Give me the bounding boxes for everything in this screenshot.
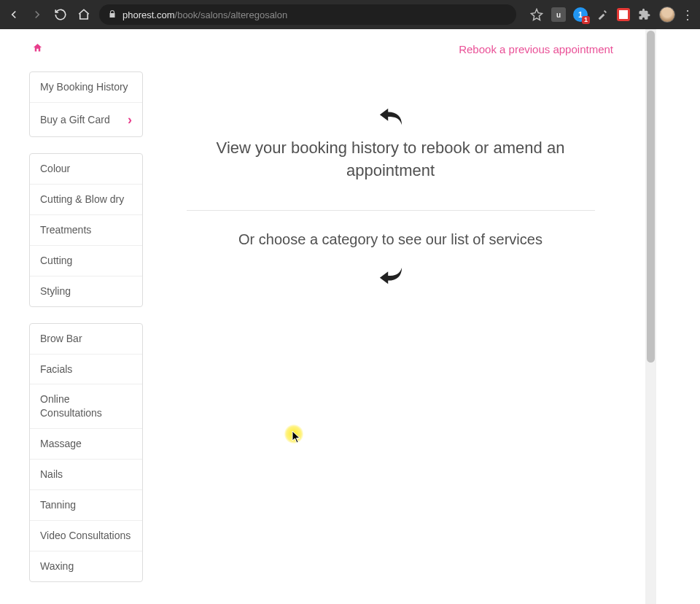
sidebar-group-beauty: Brow Bar Facials Online Consultations Ma… — [29, 323, 143, 582]
sidebar-item-online-consultations[interactable]: Online Consultations — [30, 384, 142, 429]
sidebar-item-label: Tanning — [40, 498, 76, 512]
sidebar-item-treatments[interactable]: Treatments — [30, 215, 142, 246]
back-button[interactable] — [6, 7, 22, 23]
headline-text: View your booking history to rebook or a… — [209, 137, 573, 182]
sidebar-item-video-consultations[interactable]: Video Consultations — [30, 521, 142, 551]
home-icon[interactable] — [32, 42, 43, 55]
sidebar-item-label: Online Consultations — [40, 392, 132, 420]
main-content: View your booking history to rebook or a… — [165, 71, 616, 296]
sidebar-item-styling[interactable]: Styling — [30, 276, 142, 306]
sidebar-item-cutting-blowdry[interactable]: Cutting & Blow dry — [30, 185, 142, 215]
subline-text: Or choose a category to see our list of … — [172, 231, 609, 248]
sidebar-item-label: Massage — [40, 437, 82, 451]
menu-icon[interactable]: ⋯ — [682, 9, 695, 20]
extensions-icon[interactable] — [637, 7, 652, 22]
sidebar-item-label: Buy a Gift Card — [40, 113, 110, 127]
extension-blue-icon[interactable]: 1 1 — [573, 7, 588, 22]
sidebar-item-colour[interactable]: Colour — [30, 154, 142, 185]
sidebar-item-massage[interactable]: Massage — [30, 429, 142, 460]
url-text: phorest.com /book/salons/alteregosalon — [122, 9, 287, 20]
sidebar-item-gift-card[interactable]: Buy a Gift Card › — [30, 103, 142, 136]
page-header: Rebook a previous appointment — [29, 42, 616, 55]
extension-red-icon[interactable] — [617, 8, 630, 21]
sidebar-item-label: Treatments — [40, 223, 91, 237]
divider — [187, 210, 595, 211]
sidebar-item-label: Waxing — [40, 560, 74, 573]
sidebar-item-nails[interactable]: Nails — [30, 460, 142, 490]
sidebar-item-label: Styling — [40, 284, 71, 298]
scrollbar-track[interactable] — [645, 29, 656, 604]
sidebar-item-label: Colour — [40, 162, 70, 176]
profile-avatar[interactable] — [659, 7, 675, 23]
return-arrow-icon — [378, 266, 403, 286]
lock-icon — [108, 9, 117, 20]
sidebar-item-brow-bar[interactable]: Brow Bar — [30, 324, 142, 355]
sidebar: My Booking History Buy a Gift Card › Col… — [29, 71, 143, 598]
page-viewport: Rebook a previous appointment My Booking… — [0, 29, 700, 604]
page-content: Rebook a previous appointment My Booking… — [0, 29, 645, 604]
scrollbar-thumb[interactable] — [647, 31, 655, 363]
ublock-icon[interactable]: u — [551, 7, 566, 22]
chevron-right-icon: › — [128, 111, 132, 128]
url-path: /book/salons/alteregosalon — [175, 9, 288, 20]
sidebar-item-cutting[interactable]: Cutting — [30, 246, 142, 276]
sidebar-item-label: Video Consultations — [40, 529, 131, 543]
reload-button[interactable] — [52, 7, 69, 23]
sidebar-item-label: Cutting & Blow dry — [40, 193, 124, 206]
notification-badge: 1 — [582, 16, 590, 24]
rebook-link[interactable]: Rebook a previous appointment — [459, 43, 613, 55]
home-button[interactable] — [76, 7, 92, 23]
sidebar-item-label: Brow Bar — [40, 332, 82, 346]
forward-button[interactable] — [29, 7, 45, 23]
wand-icon[interactable] — [595, 7, 610, 22]
toolbar-actions: u 1 1 ⋯ — [524, 7, 694, 23]
bookmark-star-icon[interactable] — [529, 7, 544, 22]
sidebar-group-account: My Booking History Buy a Gift Card › — [29, 71, 143, 137]
sidebar-item-facials[interactable]: Facials — [30, 355, 142, 385]
sidebar-item-tanning[interactable]: Tanning — [30, 490, 142, 521]
sidebar-item-label: Cutting — [40, 254, 72, 268]
browser-toolbar: phorest.com /book/salons/alteregosalon u… — [0, 0, 700, 29]
sidebar-item-label: My Booking History — [40, 80, 128, 94]
reply-arrow-icon — [378, 107, 403, 127]
cursor-pointer-icon — [292, 430, 302, 446]
address-bar[interactable]: phorest.com /book/salons/alteregosalon — [99, 4, 516, 25]
outer-whitespace — [656, 29, 700, 604]
sidebar-group-hair: Colour Cutting & Blow dry Treatments Cut… — [29, 153, 143, 306]
sidebar-item-waxing[interactable]: Waxing — [30, 551, 142, 581]
sidebar-item-label: Nails — [40, 468, 63, 481]
sidebar-item-label: Facials — [40, 363, 72, 376]
sidebar-item-booking-history[interactable]: My Booking History — [30, 72, 142, 103]
url-host: phorest.com — [122, 9, 175, 20]
